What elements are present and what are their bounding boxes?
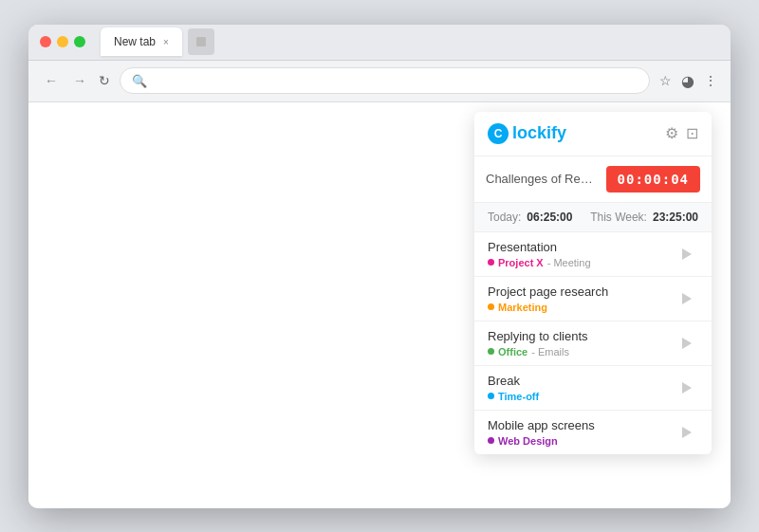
project-dot (488, 348, 494, 355)
new-tab-icon (194, 35, 208, 48)
list-item[interactable]: Mobile app screens Web Design (474, 411, 712, 454)
browser-tab[interactable]: New tab × (101, 28, 182, 56)
play-icon (682, 293, 692, 304)
traffic-lights (40, 36, 85, 47)
project-name: Time-off (498, 391, 539, 402)
entry-name: Project page research (488, 284, 676, 299)
entry-left: Replying to clients Office - Emails (488, 329, 676, 358)
play-icon (682, 427, 692, 438)
entry-project: Web Design (488, 435, 676, 447)
entry-project: Project X - Meeting (488, 257, 676, 268)
entry-name: Break (488, 374, 676, 388)
tab-title: New tab (114, 35, 156, 48)
browser-window: New tab × ← → ↻ 🔍 ☆ ◕ ⋮ (28, 25, 731, 508)
project-name: Marketing (498, 302, 547, 313)
project-dot (488, 437, 494, 444)
entry-project: Time-off (488, 391, 676, 402)
external-link-icon[interactable]: ⊡ (686, 124, 698, 142)
list-item[interactable]: Project page research Marketing (474, 277, 712, 321)
clockify-header: C lockify ⚙ ⊡ (474, 112, 712, 156)
clockify-logo-icon: C (488, 123, 509, 144)
tab-area: New tab × (101, 28, 719, 56)
minimize-button[interactable] (57, 36, 68, 47)
stats-row: Today: 06:25:00 This Week: 23:25:00 (474, 203, 712, 232)
entry-name: Mobile app screens (488, 418, 676, 432)
browser-content: C lockify ⚙ ⊡ Challenges of Remo... 00:0… (28, 102, 731, 508)
clockify-logo: C lockify (488, 123, 566, 144)
timer-section: Challenges of Remo... 00:00:04 (474, 156, 712, 203)
timer-display[interactable]: 00:00:04 (606, 166, 700, 193)
clockify-header-icons: ⚙ ⊡ (665, 124, 698, 142)
extensions-icon[interactable]: ◕ (681, 72, 694, 90)
entry-left: Presentation Project X - Meeting (488, 240, 676, 268)
address-bar: ← → ↻ 🔍 ☆ ◕ ⋮ (28, 61, 731, 102)
play-icon (682, 338, 692, 349)
back-button[interactable]: ← (42, 73, 61, 88)
refresh-button[interactable]: ↻ (99, 73, 110, 88)
forward-button[interactable]: → (70, 73, 89, 88)
play-button[interactable] (676, 248, 698, 260)
week-label: This Week: (590, 211, 647, 224)
entry-left: Break Time-off (488, 374, 676, 402)
tab-close-button[interactable]: × (163, 37, 169, 47)
entry-tag: - Meeting (547, 257, 591, 268)
clockify-popup: C lockify ⚙ ⊡ Challenges of Remo... 00:0… (474, 112, 712, 454)
svg-rect-0 (196, 37, 206, 46)
clockify-logo-text: lockify (512, 123, 566, 143)
project-name: Project X (498, 257, 544, 268)
entry-left: Mobile app screens Web Design (488, 418, 676, 447)
list-item[interactable]: Presentation Project X - Meeting (474, 232, 712, 277)
project-dot (488, 259, 494, 266)
today-label: Today: (488, 211, 521, 224)
play-button[interactable] (676, 293, 698, 304)
entry-left: Project page research Marketing (488, 284, 676, 313)
play-button[interactable] (676, 427, 698, 438)
bookmark-icon[interactable]: ☆ (659, 73, 672, 88)
settings-icon[interactable]: ⚙ (665, 124, 678, 142)
address-right-icons: ☆ ◕ ⋮ (659, 72, 717, 90)
today-value: 06:25:00 (527, 211, 572, 224)
play-icon (682, 248, 692, 260)
entry-name: Replying to clients (488, 329, 676, 343)
timer-description: Challenges of Remo... (486, 172, 599, 186)
entries-list: Presentation Project X - Meeting Project… (474, 232, 712, 454)
play-button[interactable] (676, 382, 698, 394)
address-input[interactable]: 🔍 (120, 67, 650, 94)
close-button[interactable] (40, 36, 51, 47)
list-item[interactable]: Replying to clients Office - Emails (474, 321, 712, 366)
project-name: Web Design (498, 435, 558, 447)
play-button[interactable] (676, 338, 698, 349)
new-tab-button[interactable] (188, 28, 214, 55)
entry-project: Marketing (488, 302, 676, 313)
entry-project: Office - Emails (488, 346, 676, 358)
menu-icon[interactable]: ⋮ (704, 73, 717, 88)
project-dot (488, 393, 494, 399)
list-item[interactable]: Break Time-off (474, 366, 712, 411)
maximize-button[interactable] (74, 36, 85, 47)
search-icon: 🔍 (132, 74, 147, 88)
project-dot (488, 303, 494, 310)
entry-tag: - Emails (531, 346, 569, 358)
week-value: 23:25:00 (653, 211, 698, 224)
title-bar: New tab × (28, 25, 731, 61)
project-name: Office (498, 346, 528, 358)
play-icon (682, 382, 692, 394)
entry-name: Presentation (488, 240, 676, 254)
